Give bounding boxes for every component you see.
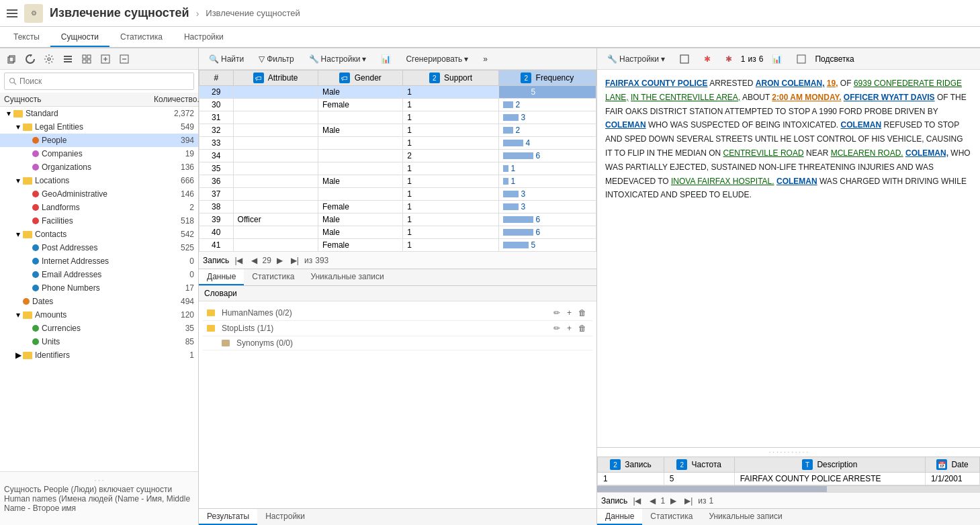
right-scrollbar[interactable]: [597, 485, 980, 492]
text-link[interactable]: CENTREVILLE ROAD: [723, 148, 804, 158]
slovari-item[interactable]: Synonyms (0/0): [203, 336, 592, 350]
col-attr-header[interactable]: 🏷 Attribute: [233, 70, 318, 86]
tree-item-email[interactable]: Email Addresses0: [0, 268, 198, 281]
nav-last[interactable]: ▶|: [288, 254, 302, 267]
col-gender-header[interactable]: 🏷 Gender: [318, 70, 402, 86]
lower-tab-data[interactable]: Данные: [199, 269, 244, 285]
tree-item-organizations[interactable]: Organizations136: [0, 160, 198, 174]
right-lower-tab-unique[interactable]: Уникальные записи: [701, 509, 790, 525]
right-bottom-table-wrap[interactable]: 2 Запись 2 Частота T Description: [597, 457, 980, 485]
tree-item-amounts[interactable]: ▾Amounts120: [0, 308, 198, 322]
menu-icon[interactable]: [7, 9, 17, 17]
text-link[interactable]: COLEMAN: [776, 177, 817, 186]
right-nav-prev[interactable]: ◀: [647, 495, 658, 507]
text-link[interactable]: IN THE CENTREVILLE AREA,: [631, 93, 740, 102]
text-link[interactable]: ARON COLEMAN,: [756, 79, 825, 88]
text-link[interactable]: 2:00 AM MONDAY.: [772, 93, 841, 102]
grid-table-wrap[interactable]: # 🏷 Attribute 🏷 Gender 2 Su: [199, 70, 596, 251]
lower-tab-stats[interactable]: Статистика: [244, 269, 302, 285]
tree-item-postaddr[interactable]: Post Addresses525: [0, 241, 198, 254]
table-row[interactable]: 35 1 1: [199, 162, 596, 175]
right-col-freq[interactable]: 2 Частота: [664, 457, 734, 473]
tree-item-currencies[interactable]: Currencies35: [0, 322, 198, 335]
tab-entities[interactable]: Сущности: [50, 28, 109, 47]
table-icon[interactable]: [79, 52, 94, 66]
tree-arrow[interactable]: ▾: [13, 230, 23, 239]
slovari-item[interactable]: StopLists (1/1) ✏ + 🗑: [203, 321, 592, 336]
table-row[interactable]: 33 1 4: [199, 137, 596, 150]
slovari-del-btn[interactable]: 🗑: [576, 307, 588, 318]
right-col-date[interactable]: 📅 Date: [925, 457, 979, 473]
slovari-edit-btn[interactable]: ✏: [551, 323, 562, 334]
right-settings-button[interactable]: 🔧 Настройки ▾: [601, 52, 671, 66]
settings-button[interactable]: 🔧 Настройки ▾: [303, 52, 373, 66]
col-support-header[interactable]: 2 Support: [403, 70, 498, 86]
table-row[interactable]: 34 2 6: [199, 150, 596, 162]
table-row[interactable]: 37 1 3: [199, 188, 596, 201]
chart-icon-btn[interactable]: 📊: [375, 52, 397, 66]
slovari-add-btn[interactable]: +: [565, 323, 574, 334]
filter-button[interactable]: ▽ Фильтр: [253, 52, 300, 66]
tab-texts[interactable]: Тексты: [3, 28, 50, 47]
tree-item-internet[interactable]: Internet Addresses0: [0, 254, 198, 268]
copy-icon[interactable]: [4, 52, 19, 66]
tree-arrow[interactable]: ▾: [13, 176, 23, 185]
list-icon[interactable]: [60, 52, 75, 66]
tree-item-geoadmin[interactable]: GeoAdministrative146: [0, 187, 198, 201]
col-hash[interactable]: #: [199, 70, 234, 86]
export1-icon[interactable]: [98, 52, 113, 66]
results-tab-results[interactable]: Результаты: [199, 509, 257, 525]
find-button[interactable]: 🔍 Найти: [203, 52, 250, 66]
tree-item-legal[interactable]: ▾Legal Entities549: [0, 120, 198, 134]
table-row[interactable]: 41 Female 1 5: [199, 239, 596, 252]
text-link[interactable]: MCLEAREN ROAD.: [831, 148, 903, 158]
right-nav-first[interactable]: |◀: [630, 495, 643, 507]
tree-item-landforms[interactable]: Landforms2: [0, 201, 198, 214]
tree-arrow[interactable]: ▶: [13, 350, 23, 360]
right-nav-next[interactable]: ▶: [668, 495, 679, 507]
right-export-btn[interactable]: [791, 52, 812, 66]
text-link[interactable]: COLEMAN: [840, 120, 881, 130]
table-row[interactable]: 39 Officer Male 1 6: [199, 213, 596, 226]
text-link[interactable]: INOVA FAIRFAX HOSPITAL.: [671, 177, 774, 186]
export2-icon[interactable]: [117, 52, 132, 66]
text-link[interactable]: FAIRFAX COUNTY POLICE: [605, 79, 707, 88]
right-star2-btn[interactable]: ✱: [719, 52, 738, 66]
generate-button[interactable]: Сгенерировать ▾: [400, 52, 474, 66]
results-tab-settings[interactable]: Настройки: [257, 509, 313, 525]
slovari-del-btn[interactable]: 🗑: [576, 323, 588, 334]
more-button[interactable]: »: [477, 52, 494, 66]
col-freq-header[interactable]: 2 Frequency: [498, 70, 596, 86]
settings-icon[interactable]: [42, 52, 56, 66]
text-link[interactable]: COLEMAN,: [905, 148, 948, 158]
right-col-record[interactable]: 2 Запись: [598, 457, 664, 473]
slovari-edit-btn[interactable]: ✏: [551, 307, 562, 318]
tree-arrow[interactable]: ▾: [4, 109, 13, 118]
table-row[interactable]: 29 Male 1 5: [199, 86, 596, 99]
table-row[interactable]: 30 Female 1 2: [199, 99, 596, 111]
lower-tab-unique[interactable]: Уникальные записи: [302, 269, 392, 285]
table-row[interactable]: 31 1 3: [199, 111, 596, 124]
slovari-add-btn[interactable]: +: [565, 307, 574, 318]
refresh-icon[interactable]: [23, 52, 38, 66]
text-link[interactable]: COLEMAN: [605, 120, 646, 130]
right-table-row[interactable]: 1 5 FAIRFAX COUNTY POLICE ARRESTE 1/1/20…: [598, 473, 980, 485]
tree-item-phone[interactable]: Phone Numbers17: [0, 281, 198, 295]
right-chart-btn[interactable]: 📊: [766, 52, 788, 66]
table-row[interactable]: 38 Female 1 3: [199, 201, 596, 213]
right-col-desc[interactable]: T Description: [734, 457, 925, 473]
tree-arrow[interactable]: ▾: [13, 310, 23, 320]
right-window-btn[interactable]: [674, 52, 695, 66]
tree-item-people[interactable]: People394: [0, 134, 198, 147]
slovari-item[interactable]: HumanNames (0/2) ✏ + 🗑: [203, 305, 592, 321]
right-nav-last[interactable]: ▶|: [682, 495, 695, 507]
right-lower-tab-stats[interactable]: Статистика: [642, 509, 701, 525]
tree-item-contacts[interactable]: ▾Contacts542: [0, 228, 198, 241]
table-row[interactable]: 40 Male 1 6: [199, 226, 596, 239]
tree-item-units[interactable]: Units85: [0, 335, 198, 348]
text-link[interactable]: OFFICER WYATT DAVIS: [844, 93, 935, 102]
table-row[interactable]: 36 Male 1 1: [199, 175, 596, 188]
tree-item-dates[interactable]: Dates494: [0, 295, 198, 308]
nav-next[interactable]: ▶: [274, 254, 285, 267]
tree-item-identifiers[interactable]: ▶Identifiers1: [0, 348, 198, 362]
